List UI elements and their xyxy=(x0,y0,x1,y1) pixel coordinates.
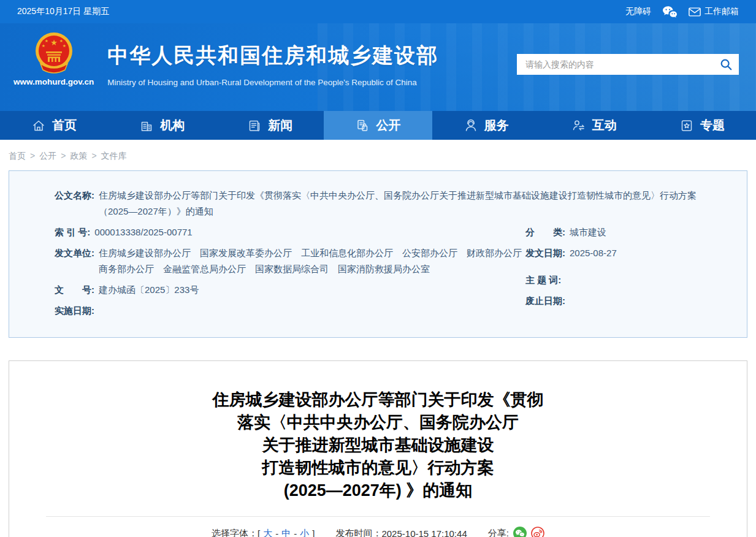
share-weibo-icon[interactable] xyxy=(531,527,544,537)
nav-item-topics[interactable]: 专题 xyxy=(648,111,756,140)
top-utility-bar: 2025年10月17日 星期五 无障碍 工作邮箱 xyxy=(0,0,756,23)
search-icon[interactable] xyxy=(719,58,733,71)
doc-name-label: 公文名称: xyxy=(55,188,94,219)
mail-icon xyxy=(689,7,701,17)
nav-item-home[interactable]: 首页 xyxy=(0,111,108,140)
issue-date-value: 2025-08-27 xyxy=(570,245,617,261)
meta-row-category: 分 类: 城市建设 xyxy=(525,224,708,240)
font-size-open-bracket: [ xyxy=(258,528,260,537)
issuing-units-value: 住房城乡建设部办公厅 国家发展改革委办公厅 工业和信息化部办公厅 公安部办公厅 … xyxy=(99,245,525,277)
nav-label: 机构 xyxy=(160,117,185,134)
main-nav: 首页 机构 新闻 公开 xyxy=(0,111,756,140)
site-title: 中华人民共和国住房和城乡建设部 xyxy=(107,42,438,70)
doc-number-label: 文 号: xyxy=(55,282,94,298)
nav-item-news[interactable]: 新闻 xyxy=(216,111,324,140)
issue-date-label: 发文日期: xyxy=(525,245,565,261)
site-subtitle-en: Ministry of Housing and Urban-Rural Deve… xyxy=(107,78,438,87)
breadcrumb-separator: > xyxy=(91,151,96,162)
national-emblem: ★ ★ ★ ★ ★ xyxy=(34,32,74,76)
nav-label: 首页 xyxy=(52,117,77,134)
work-mailbox-label: 工作邮箱 xyxy=(704,6,739,17)
category-label: 分 类: xyxy=(525,224,565,240)
article-title-line: (2025—2027年) 》的通知 xyxy=(9,479,747,502)
font-size-close-bracket: ] xyxy=(312,528,315,537)
nav-label: 服务 xyxy=(484,117,509,134)
meta-row-doc-name: 公文名称: 住房城乡建设部办公厅等部门关于印发《贯彻落实〈中共中央办公厅、国务院… xyxy=(55,188,708,219)
publish-time-value: 2025-10-15 17:10:44 xyxy=(381,528,467,537)
accessibility-link[interactable]: 无障碍 xyxy=(625,6,651,17)
article-meta-bar: 选择字体： [ 大 - 中 - 小 ] 发布时间： 2025-10-15 17:… xyxy=(9,527,747,537)
interaction-icon xyxy=(571,118,586,133)
svg-text:★: ★ xyxy=(62,44,66,48)
repeal-date-label: 废止日期: xyxy=(525,293,565,309)
doc-name-value: 住房城乡建设部办公厅等部门关于印发《贯彻落实〈中共中央办公厅、国务院办公厅关于推… xyxy=(99,188,708,219)
meta-row-subject-words: 主 题 词: xyxy=(525,272,708,288)
nav-item-services[interactable]: 服务 xyxy=(432,111,540,140)
svg-text:★: ★ xyxy=(44,39,48,43)
subject-words-label: 主 题 词: xyxy=(525,272,561,288)
breadcrumb-disclosure[interactable]: 公开 xyxy=(39,151,56,162)
news-icon xyxy=(247,118,262,133)
breadcrumb-separator: > xyxy=(61,151,66,162)
article-title-line: 打造韧性城市的意见〉行动方案 xyxy=(9,457,747,479)
index-number-label: 索 引 号: xyxy=(55,224,90,240)
title-divider xyxy=(46,516,710,517)
accessibility-link-label: 无障碍 xyxy=(625,6,651,17)
breadcrumb-policy[interactable]: 政策 xyxy=(70,151,87,162)
issuing-units-label: 发文单位: xyxy=(55,245,94,277)
article-card: 住房城乡建设部办公厅等部门关于印发《贯彻 落实〈中共中央办公厅、国务院办公厅 关… xyxy=(9,360,747,537)
service-icon xyxy=(464,118,478,133)
font-size-label: 选择字体： xyxy=(212,528,258,537)
font-size-medium[interactable]: 中 xyxy=(281,528,291,537)
article-title-line: 住房城乡建设部办公厅等部门关于印发《贯彻 xyxy=(9,389,747,411)
nav-label: 新闻 xyxy=(268,117,292,134)
category-value: 城市建设 xyxy=(570,224,606,240)
work-mailbox-link[interactable]: 工作邮箱 xyxy=(689,6,739,17)
svg-text:★: ★ xyxy=(41,44,45,48)
wechat-icon[interactable] xyxy=(662,6,678,18)
meta-row-repeal-date: 废止日期: xyxy=(525,293,708,309)
font-size-dash: - xyxy=(294,528,297,537)
meta-row-issue-date: 发文日期: 2025-08-27 xyxy=(525,245,708,261)
breadcrumb-library[interactable]: 文件库 xyxy=(101,151,127,162)
meta-row-index-number: 索 引 号: 000013338/2025-00771 xyxy=(55,224,525,240)
effective-date-label: 实施日期: xyxy=(55,303,94,319)
font-size-large[interactable]: 大 xyxy=(263,528,272,537)
nav-item-interaction[interactable]: 互动 xyxy=(540,111,648,140)
topbar-links: 无障碍 工作邮箱 xyxy=(625,6,739,18)
share-label: 分享: xyxy=(488,528,509,537)
article-title-line: 关于推进新型城市基础设施建设 xyxy=(9,434,747,457)
search-input[interactable] xyxy=(525,59,719,69)
svg-text:★: ★ xyxy=(50,38,58,47)
font-size-dash: - xyxy=(275,528,278,537)
search-box xyxy=(517,54,739,75)
breadcrumb: 首页 > 公开 > 政策 > 文件库 xyxy=(0,140,756,170)
document-meta-card: 公文名称: 住房城乡建设部办公厅等部门关于印发《贯彻落实〈中共中央办公厅、国务院… xyxy=(9,170,747,338)
font-size-small[interactable]: 小 xyxy=(300,528,309,537)
current-date: 2025年10月17日 星期五 xyxy=(17,6,109,17)
publish-time-label: 发布时间： xyxy=(335,528,381,537)
nav-label: 公开 xyxy=(376,117,400,134)
index-number-value: 000013338/2025-00771 xyxy=(94,224,192,240)
article-title-line: 落实〈中共中央办公厅、国务院办公厅 xyxy=(9,411,747,434)
nav-label: 专题 xyxy=(700,117,725,134)
breadcrumb-separator: > xyxy=(30,151,35,162)
meta-row-doc-number: 文 号: 建办城函〔2025〕233号 xyxy=(55,282,525,298)
doc-number-value: 建办城函〔2025〕233号 xyxy=(99,282,199,298)
nav-item-disclosure[interactable]: 公开 xyxy=(324,111,432,140)
disclosure-icon xyxy=(355,118,370,133)
topics-icon xyxy=(679,118,694,133)
organization-icon xyxy=(139,118,154,133)
site-url: www.mohurd.gov.cn xyxy=(13,77,94,86)
breadcrumb-home[interactable]: 首页 xyxy=(9,151,26,162)
home-icon xyxy=(31,118,46,133)
nav-item-organization[interactable]: 机构 xyxy=(108,111,216,140)
meta-row-issuing-units: 发文单位: 住房城乡建设部办公厅 国家发展改革委办公厅 工业和信息化部办公厅 公… xyxy=(55,245,525,277)
svg-text:★: ★ xyxy=(59,39,63,43)
nav-label: 互动 xyxy=(592,117,617,134)
meta-row-effective-date: 实施日期: xyxy=(55,303,525,319)
site-header: ★ ★ ★ ★ ★ www.mohurd.gov.cn 中华人民共和国住房和城乡… xyxy=(0,23,756,111)
share-wechat-icon[interactable] xyxy=(513,527,527,537)
article-title: 住房城乡建设部办公厅等部门关于印发《贯彻 落实〈中共中央办公厅、国务院办公厅 关… xyxy=(9,389,747,502)
